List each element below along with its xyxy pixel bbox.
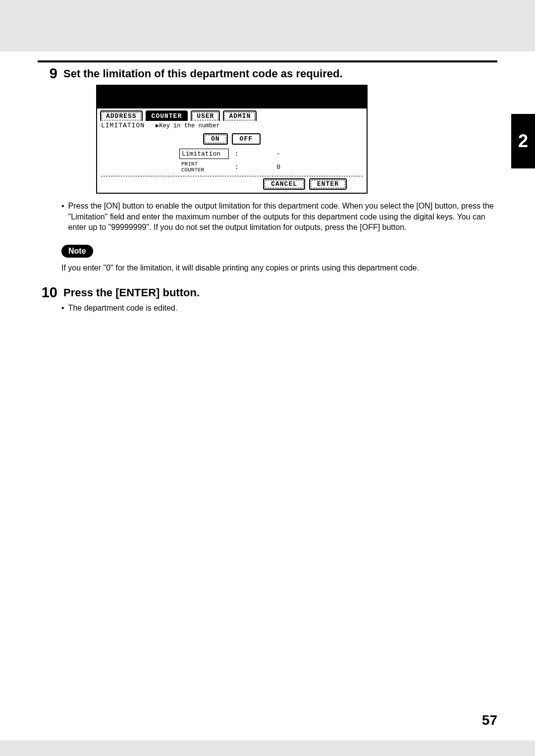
colon: : <box>232 163 242 171</box>
on-button[interactable]: ON <box>203 133 228 145</box>
step-9: 9 Set the limitation of this department … <box>38 66 497 81</box>
lcd-tabs: ADDRESS COUNTER USER ADMIN <box>97 108 367 121</box>
tab-admin[interactable]: ADMIN <box>223 110 257 121</box>
lcd-limitation-row: Limitation : - <box>97 148 367 160</box>
lcd-on-off-row: ON OFF <box>97 130 367 148</box>
off-button[interactable]: OFF <box>232 133 261 145</box>
step10-bullet-text: The department code is edited. <box>68 303 178 314</box>
bullet-mark: • <box>61 201 64 233</box>
step-number: 9 <box>38 66 57 81</box>
cancel-button[interactable]: CANCEL <box>263 178 305 190</box>
limitation-field[interactable]: Limitation <box>179 149 229 159</box>
step-title: Press the [ENTER] button. <box>63 285 200 300</box>
print-label-line1: PRINT <box>181 161 198 167</box>
step10-bullet: • The department code is edited. <box>61 303 497 314</box>
lcd-prompt: ▶Key in the number <box>156 122 220 129</box>
note-badge: Note <box>61 245 93 258</box>
tab-counter[interactable]: COUNTER <box>146 110 188 121</box>
divider-thick <box>38 60 497 62</box>
bottom-gray-band <box>0 740 535 756</box>
bullet-mark: • <box>61 303 64 314</box>
step-10: 10 Press the [ENTER] button. <box>38 285 497 300</box>
page-number: 57 <box>482 712 497 728</box>
lcd-header-black <box>97 86 367 108</box>
step-number: 10 <box>38 285 57 300</box>
tab-address[interactable]: ADDRESS <box>100 110 143 121</box>
step9-bullet-text: Press the [ON] button to enable the outp… <box>68 201 497 233</box>
print-counter-label: PRINT COUNTER <box>179 161 229 173</box>
top-gray-band <box>0 0 535 52</box>
lcd-screenshot: ADDRESS COUNTER USER ADMIN LIMITATION ▶K… <box>96 85 497 194</box>
tab-user[interactable]: USER <box>191 110 220 121</box>
chapter-side-tab: 2 <box>511 114 535 168</box>
limitation-value: - <box>245 150 284 158</box>
lcd-panel: ADDRESS COUNTER USER ADMIN LIMITATION ▶K… <box>96 85 368 194</box>
lcd-bottom-buttons: CANCEL ENTER <box>97 176 367 193</box>
step-title: Set the limitation of this department co… <box>63 66 343 81</box>
note-text: If you enter "0" for the limitation, it … <box>61 263 497 273</box>
print-counter-value: 0 <box>245 163 284 171</box>
lcd-printcounter-row: PRINT COUNTER : 0 <box>97 160 367 174</box>
colon: : <box>232 150 242 158</box>
page-content: 9 Set the limitation of this department … <box>38 60 497 313</box>
step9-bullet: • Press the [ON] button to enable the ou… <box>61 201 497 233</box>
lcd-limitation-label: LIMITATION <box>101 122 156 129</box>
lcd-prompt-row: LIMITATION ▶Key in the number <box>97 121 367 130</box>
print-label-line2: COUNTER <box>181 167 204 173</box>
enter-button[interactable]: ENTER <box>309 178 347 190</box>
